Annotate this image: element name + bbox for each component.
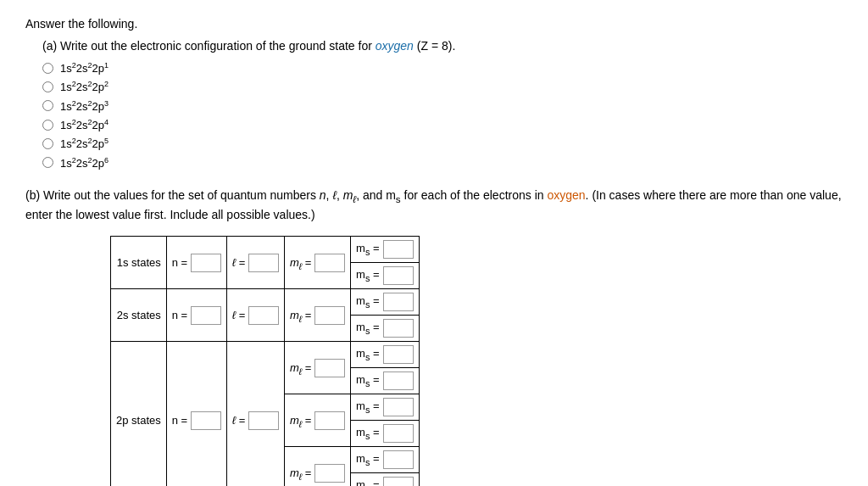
2s-n-cell: n =: [166, 289, 226, 342]
1s-ml-cell: mℓ =: [284, 237, 350, 289]
radio-4[interactable]: [42, 120, 53, 131]
2p-ml3-input[interactable]: [314, 464, 345, 483]
2p-ml1-input[interactable]: [314, 359, 345, 377]
2p-ms-cell-6: ms =: [351, 473, 419, 486]
option-6-label: 1s22s22p6: [60, 156, 108, 170]
2s-ml-input[interactable]: [314, 306, 345, 325]
part-b-prefix: (b) Write out the values for the set of …: [25, 188, 547, 202]
part-b-question: (b) Write out the values for the set of …: [25, 187, 843, 224]
2p-ml1-label: mℓ =: [290, 361, 312, 374]
1s-l-cell: ℓ =: [226, 237, 284, 289]
2s-ms1-input[interactable]: [383, 293, 414, 311]
1s-n-label: n =: [172, 256, 187, 269]
2p-ms5-label: ms =: [356, 452, 379, 467]
2p-ms3-label: ms =: [356, 399, 379, 415]
1s-ms1-input[interactable]: [383, 240, 414, 259]
quantum-table: 1s states n = ℓ = mℓ = ms =: [110, 236, 420, 486]
2p-ms-cell-5: ms =: [351, 447, 419, 473]
part-a-section: (a) Write out the electronic configurati…: [42, 39, 843, 170]
2p-ms-cell-2: ms =: [351, 368, 419, 394]
2p-state-label: 2p states: [111, 342, 167, 486]
2p-ml2-input[interactable]: [314, 411, 345, 430]
radio-option-5[interactable]: 1s22s22p5: [42, 137, 843, 150]
2p-ml2-label: mℓ =: [290, 414, 312, 427]
2p-n-input[interactable]: [191, 411, 221, 430]
option-1-label: 1s22s22p1: [60, 61, 108, 75]
2p-ms1-label: ms =: [356, 347, 379, 362]
2p-l-label: ℓ =: [232, 414, 245, 427]
2s-state-label: 2s states: [111, 289, 167, 342]
1s-l-label: ℓ =: [232, 256, 245, 269]
radio-5[interactable]: [42, 138, 53, 149]
2p-ms-cell-4: ms =: [351, 421, 419, 447]
2s-ms2-label: ms =: [356, 321, 379, 336]
part-b-element: oxygen: [547, 188, 585, 202]
radio-2[interactable]: [42, 81, 53, 92]
question-intro: Answer the following.: [25, 17, 843, 31]
2s-ms2-input[interactable]: [383, 319, 414, 338]
1s-ms2-input[interactable]: [383, 266, 414, 285]
element-oxygen-link: oxygen: [376, 39, 414, 53]
2s-ms-cell-2: ms =: [351, 316, 419, 342]
part-b-section: (b) Write out the values for the set of …: [25, 187, 843, 486]
part-a-z: (Z = 8).: [414, 39, 455, 53]
part-a-question: (a) Write out the electronic configurati…: [42, 39, 843, 53]
2s-ms-cell-1: ms =: [351, 289, 419, 316]
2p-ms-cell-3: ms =: [351, 394, 419, 421]
2s-l-cell: ℓ =: [226, 289, 284, 342]
2s-ml-cell: mℓ =: [284, 289, 350, 342]
1s-ml-input[interactable]: [314, 254, 345, 272]
2s-l-label: ℓ =: [232, 309, 245, 321]
radio-option-6[interactable]: 1s22s22p6: [42, 156, 843, 170]
2s-row-1: 2s states n = ℓ = mℓ = ms =: [111, 289, 420, 316]
part-a-prefix: (a) Write out the electronic configurati…: [42, 39, 376, 53]
2p-ms2-input[interactable]: [383, 371, 414, 390]
2p-l-cell: ℓ =: [226, 342, 284, 486]
option-3-label: 1s22s22p3: [60, 99, 108, 113]
2p-ml-cell-3: mℓ =: [284, 447, 350, 486]
1s-n-cell: n =: [166, 237, 226, 289]
2s-n-label: n =: [172, 309, 187, 321]
radio-option-1[interactable]: 1s22s22p1: [42, 61, 843, 75]
1s-row-1: 1s states n = ℓ = mℓ = ms =: [111, 237, 420, 263]
radio-option-2[interactable]: 1s22s22p2: [42, 80, 843, 93]
2p-ms6-input[interactable]: [383, 477, 414, 486]
2p-ms1-input[interactable]: [383, 345, 414, 364]
1s-ms1-label: ms =: [356, 242, 379, 257]
2p-n-label: n =: [172, 414, 187, 427]
radio-option-4[interactable]: 1s22s22p4: [42, 118, 843, 131]
1s-ms-cell-2: ms =: [351, 263, 419, 289]
radio-1[interactable]: [42, 63, 53, 74]
2p-ms5-input[interactable]: [383, 450, 414, 469]
1s-l-input[interactable]: [248, 254, 279, 272]
2p-ml3-label: mℓ =: [290, 466, 312, 479]
radio-3[interactable]: [42, 100, 53, 111]
2p-l-input[interactable]: [248, 411, 279, 430]
1s-n-input[interactable]: [191, 254, 221, 272]
2p-ms2-label: ms =: [356, 373, 379, 388]
2s-ms1-label: ms =: [356, 294, 379, 310]
option-4-label: 1s22s22p4: [60, 118, 108, 131]
1s-ms-cell-1: ms =: [351, 237, 419, 263]
2p-ms4-input[interactable]: [383, 424, 414, 443]
1s-state-label: 1s states: [111, 237, 167, 289]
2s-ml-label: mℓ =: [290, 309, 312, 321]
2p-ml-cell-2: mℓ =: [284, 394, 350, 447]
2s-l-input[interactable]: [248, 306, 279, 325]
2p-ms-cell-1: ms =: [351, 342, 419, 368]
2s-n-input[interactable]: [191, 306, 221, 325]
radio-6[interactable]: [42, 157, 53, 168]
radio-option-3[interactable]: 1s22s22p3: [42, 99, 843, 113]
2p-ml-cell-1: mℓ =: [284, 342, 350, 394]
2p-ms3-input[interactable]: [383, 398, 414, 416]
2p-ms6-label: ms =: [356, 478, 379, 486]
1s-ml-label: mℓ =: [290, 256, 312, 269]
2p-row-1: 2p states n = ℓ = mℓ = ms =: [111, 342, 420, 368]
2p-ms4-label: ms =: [356, 426, 379, 441]
option-2-label: 1s22s22p2: [60, 80, 108, 93]
option-5-label: 1s22s22p5: [60, 137, 108, 150]
1s-ms2-label: ms =: [356, 268, 379, 283]
intro-text: Answer the following.: [25, 17, 137, 31]
2p-n-cell: n =: [166, 342, 226, 486]
